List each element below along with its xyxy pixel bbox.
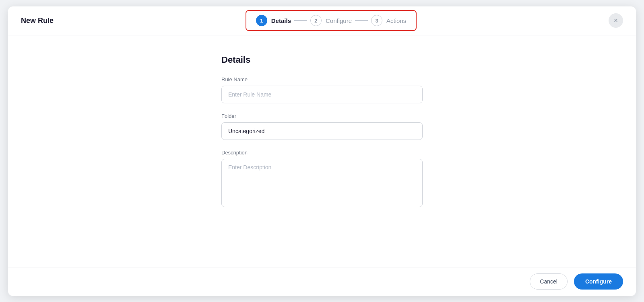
step-2[interactable]: 2 Configure — [310, 15, 352, 26]
folder-input[interactable] — [221, 122, 423, 140]
step-connector-2 — [355, 20, 368, 21]
description-label: Description — [221, 150, 423, 156]
modal-footer: Cancel Configure — [8, 267, 636, 296]
step-3-circle: 3 — [371, 15, 382, 26]
rule-name-input[interactable] — [221, 86, 423, 103]
folder-group: Folder — [221, 113, 423, 140]
modal-content: Details Rule Name Folder Description — [8, 35, 636, 267]
stepper: 1 Details 2 Configure 3 Actions — [246, 10, 417, 31]
cancel-button[interactable]: Cancel — [530, 273, 568, 290]
step-2-label: Configure — [326, 17, 352, 24]
configure-button[interactable]: Configure — [574, 273, 623, 290]
step-2-circle: 2 — [310, 15, 322, 26]
folder-label: Folder — [221, 113, 423, 119]
step-1-circle: 1 — [256, 15, 267, 26]
step-3[interactable]: 3 Actions — [371, 15, 406, 26]
new-rule-modal: New Rule 1 Details 2 Configure — [8, 6, 636, 296]
step-1-label: Details — [271, 17, 291, 24]
close-button[interactable]: × — [609, 13, 623, 28]
form-section-title: Details — [221, 55, 423, 65]
rule-name-label: Rule Name — [221, 76, 423, 82]
step-1[interactable]: 1 Details — [256, 15, 291, 26]
modal-title: New Rule — [21, 16, 54, 25]
description-group: Description — [221, 150, 423, 209]
modal-header: New Rule 1 Details 2 Configure — [8, 6, 636, 35]
description-textarea[interactable] — [221, 159, 423, 207]
form-container: Details Rule Name Folder Description — [221, 55, 423, 218]
step-3-label: Actions — [386, 17, 406, 24]
rule-name-group: Rule Name — [221, 76, 423, 103]
step-connector-1 — [294, 20, 307, 21]
